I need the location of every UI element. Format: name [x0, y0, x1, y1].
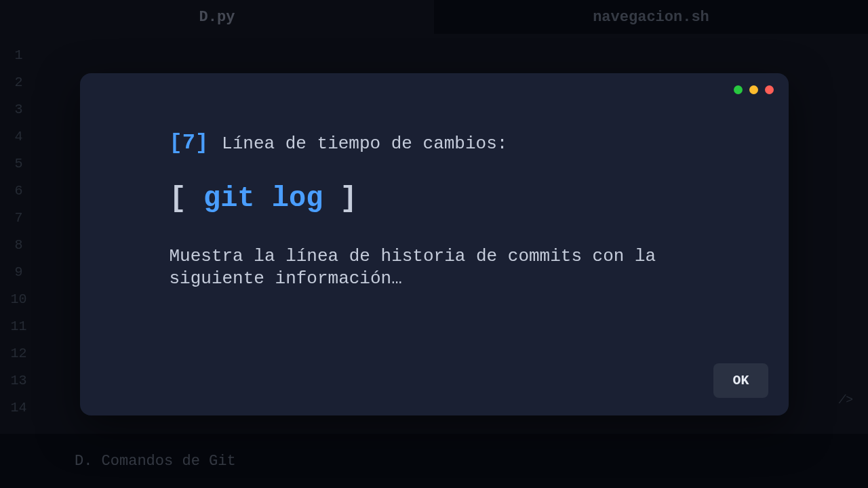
dialog-content: [7] Línea de tiempo de cambios: [ git lo…	[102, 89, 767, 291]
ok-button[interactable]: OK	[713, 363, 768, 398]
command-description: Muestra la línea de historia de commits …	[170, 245, 699, 291]
step-title: Línea de tiempo de cambios:	[222, 134, 507, 154]
window-controls	[734, 85, 774, 94]
step-heading: [7] Línea de tiempo de cambios:	[170, 130, 699, 155]
close-icon[interactable]	[765, 85, 774, 94]
maximize-icon[interactable]	[749, 85, 758, 94]
command-text: git log	[203, 182, 323, 215]
step-number: [7]	[170, 130, 209, 155]
modal-overlay: [7] Línea de tiempo de cambios: [ git lo…	[0, 0, 868, 488]
bracket-open: [	[170, 182, 203, 215]
minimize-icon[interactable]	[734, 85, 743, 94]
command-dialog: [7] Línea de tiempo de cambios: [ git lo…	[80, 73, 789, 415]
bracket-close: ]	[323, 182, 357, 215]
command-display: [ git log ]	[170, 182, 699, 215]
